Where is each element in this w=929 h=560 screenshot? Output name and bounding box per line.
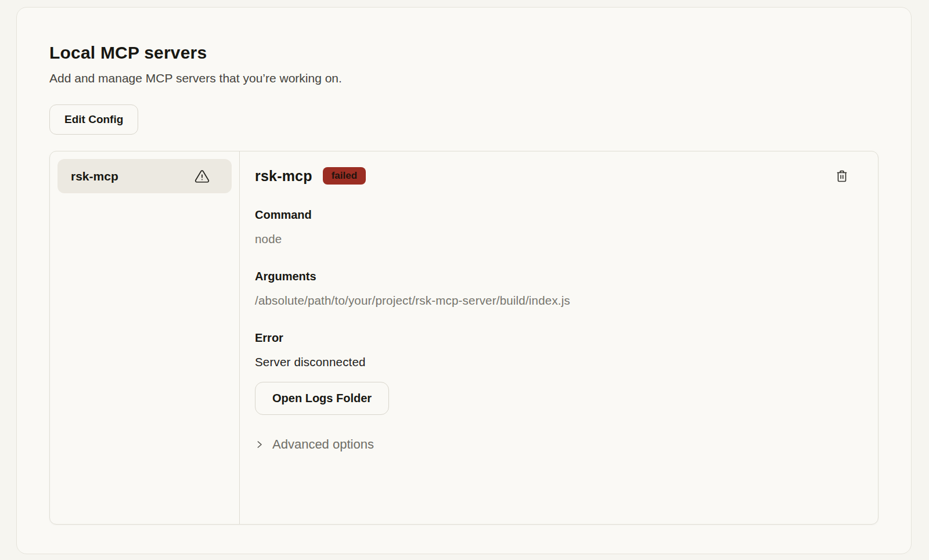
advanced-options-label: Advanced options xyxy=(272,437,374,452)
edit-config-button[interactable]: Edit Config xyxy=(49,104,138,135)
delete-server-button[interactable] xyxy=(834,168,850,184)
server-list-item[interactable]: rsk-mcp xyxy=(57,159,232,193)
server-item-label: rsk-mcp xyxy=(71,169,118,183)
page-subtitle: Add and manage MCP servers that you’re w… xyxy=(49,71,878,85)
command-value: node xyxy=(255,232,850,246)
error-section: Error Server disconnected xyxy=(255,331,850,369)
server-detail-panel: rsk-mcp failed Command node xyxy=(240,151,878,524)
command-section: Command node xyxy=(255,208,850,246)
arguments-section: Arguments /absolute/path/to/your/project… xyxy=(255,270,850,308)
server-name: rsk-mcp xyxy=(255,168,312,185)
command-label: Command xyxy=(255,208,850,222)
error-label: Error xyxy=(255,331,850,345)
page-title: Local MCP servers xyxy=(49,43,878,63)
warning-icon xyxy=(195,169,210,184)
arguments-label: Arguments xyxy=(255,270,850,283)
page: Local MCP servers Add and manage MCP ser… xyxy=(0,0,929,560)
status-badge: failed xyxy=(323,167,366,185)
open-logs-folder-button[interactable]: Open Logs Folder xyxy=(255,382,389,415)
local-mcp-servers-card: Local MCP servers Add and manage MCP ser… xyxy=(16,7,912,554)
advanced-options-toggle[interactable]: Advanced options xyxy=(255,437,374,452)
error-value: Server disconnected xyxy=(255,355,850,369)
arguments-value: /absolute/path/to/your/project/rsk-mcp-s… xyxy=(255,294,850,308)
server-list-sidebar: rsk-mcp xyxy=(50,151,240,524)
chevron-right-icon xyxy=(255,440,264,449)
mcp-servers-panel: rsk-mcp rsk-mcp failed xyxy=(49,151,878,525)
trash-icon xyxy=(835,168,849,183)
server-detail-header: rsk-mcp failed xyxy=(255,167,850,185)
